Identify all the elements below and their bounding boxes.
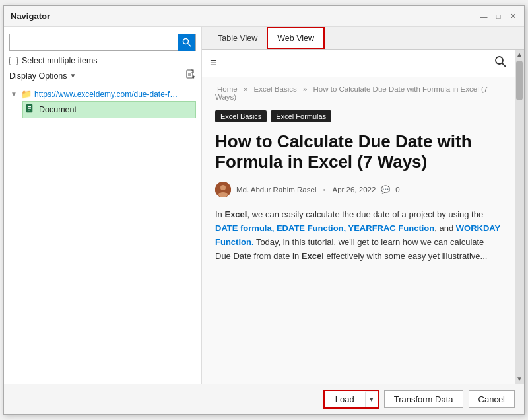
search-icon [182, 38, 191, 47]
select-multiple-checkbox[interactable] [9, 57, 18, 65]
load-dropdown-arrow[interactable]: ▾ [365, 392, 378, 407]
article-date: Apr 26, 2022 [332, 186, 376, 193]
display-options-label: Display Options [9, 71, 67, 81]
tree-root-item[interactable]: ▼ 📁 https://www.exceldemy.com/due-date-f… [9, 87, 196, 101]
svg-rect-8 [28, 106, 31, 107]
tree-area: ▼ 📁 https://www.exceldemy.com/due-date-f… [9, 87, 196, 377]
comment-icon: 💬 [381, 185, 390, 194]
article-title: How to Calculate Due Date with Formula i… [215, 131, 502, 172]
right-panel: Table View Web View ≡ [202, 27, 524, 384]
transform-data-button[interactable]: Transform Data [384, 390, 463, 408]
window-controls: — □ ✕ [479, 12, 517, 21]
search-input[interactable] [10, 36, 178, 49]
tab-web-view[interactable]: Web View [267, 27, 325, 49]
tabs-bar: Table View Web View [202, 27, 524, 50]
web-search-icon[interactable] [494, 55, 507, 71]
document-label: Document [39, 105, 77, 114]
display-options-row: Display Options ▼ [9, 69, 196, 82]
body-text-1: , we can easily calculate the due date o… [247, 209, 483, 219]
document-icon [26, 104, 36, 116]
svg-rect-9 [28, 108, 31, 109]
web-view-inner: ≡ Home » Excel Basics [202, 50, 515, 384]
cancel-button[interactable]: Cancel [469, 390, 515, 408]
link-yearfrac[interactable]: YEARFRAC Function [346, 223, 434, 233]
tree-expand-arrow: ▼ [11, 90, 18, 98]
author-name: Md. Abdur Rahim Rasel [236, 186, 316, 193]
file-export-button[interactable] [185, 69, 196, 82]
web-body: Home » Excel Basics » How to Calculate D… [202, 77, 515, 384]
document-tree-item[interactable]: Document [22, 101, 196, 118]
breadcrumb: Home » Excel Basics » How to Calculate D… [215, 85, 502, 101]
title-bar: Navigator — □ ✕ [4, 6, 524, 27]
separator-dot: • [323, 186, 325, 193]
search-bar [9, 34, 196, 51]
svg-rect-10 [28, 110, 30, 110]
svg-point-0 [183, 39, 189, 44]
web-toolbar: ≡ [202, 50, 515, 77]
navigator-window: Navigator — □ ✕ Select multiple items [3, 5, 525, 415]
display-options-button[interactable]: Display Options ▼ [9, 71, 76, 81]
select-multiple-row: Select multiple items [9, 56, 196, 65]
comment-count: 0 [395, 186, 399, 193]
scroll-down-arrow[interactable]: ▼ [516, 375, 523, 382]
tag-excel-formulas[interactable]: Excel Formulas [271, 110, 331, 122]
article-body: In Excel, we can easily calculate the du… [215, 208, 502, 263]
window-title: Navigator [11, 11, 50, 21]
svg-point-11 [496, 57, 503, 64]
load-button[interactable]: Load [325, 391, 365, 407]
svg-point-14 [220, 185, 226, 190]
minimize-button[interactable]: — [479, 12, 488, 21]
hamburger-icon[interactable]: ≡ [210, 56, 217, 70]
main-content: Select multiple items Display Options ▼ [4, 27, 524, 384]
folder-icon: 📁 [21, 89, 32, 99]
tree-url-label: https://www.exceldemy.com/due-date-formu… [34, 90, 180, 99]
file-icon [185, 69, 196, 80]
tree-child-area: Document [22, 101, 196, 118]
scrollbar[interactable]: ▲ ▼ [515, 50, 524, 384]
scrollbar-thumb[interactable] [516, 61, 523, 100]
link-date-formula[interactable]: DATE formula, [215, 223, 274, 233]
body-bold-excel: Excel [224, 209, 247, 219]
svg-line-1 [188, 44, 191, 46]
maximize-button[interactable]: □ [494, 12, 503, 21]
bottom-bar: Load ▾ Transform Data Cancel [4, 384, 524, 414]
search-button[interactable] [178, 34, 195, 51]
body-text-start: In [215, 209, 224, 219]
tags-row: Excel Basics Excel Formulas [215, 110, 502, 122]
avatar [215, 182, 231, 197]
tag-excel-basics[interactable]: Excel Basics [215, 110, 267, 122]
chevron-down-icon: ▼ [70, 72, 77, 79]
author-row: Md. Abdur Rahim Rasel • Apr 26, 2022 💬 0 [215, 182, 502, 197]
body-text-2: , and [434, 223, 456, 233]
tab-table-view[interactable]: Table View [209, 27, 267, 49]
link-edate[interactable]: EDATE Function, [274, 223, 346, 233]
left-panel: Select multiple items Display Options ▼ [4, 27, 202, 384]
close-button[interactable]: ✕ [508, 12, 517, 21]
svg-line-12 [502, 63, 506, 67]
scroll-up-arrow[interactable]: ▲ [516, 51, 523, 58]
body-text-4: effectively with some easy yet illustrat… [324, 251, 488, 261]
body-bold-excel-2: Excel [302, 251, 324, 261]
right-with-scroll: ≡ Home » Excel Basics [202, 50, 524, 384]
select-multiple-label: Select multiple items [22, 56, 98, 65]
svg-point-15 [218, 192, 228, 197]
load-button-group: Load ▾ [323, 390, 379, 409]
